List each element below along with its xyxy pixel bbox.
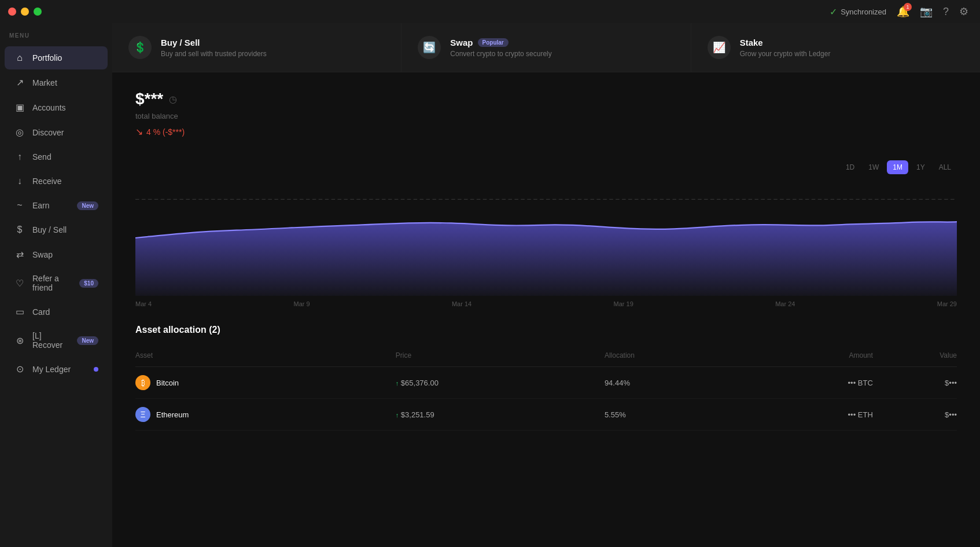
swap-icon: ⇄	[14, 249, 25, 260]
btc-value: $•••	[873, 367, 957, 399]
traffic-lights	[8, 8, 42, 16]
sidebar-item-refer[interactable]: ♡ Refer a friend $10	[5, 267, 108, 299]
change-direction-icon: ↘	[135, 126, 143, 137]
main-content: 💲 Buy / Sell Buy and sell with trusted p…	[112, 23, 980, 547]
chart-area	[135, 222, 957, 296]
filter-1y[interactable]: 1Y	[911, 160, 931, 174]
sidebar-label-buysell: Buy / Sell	[32, 225, 98, 234]
myledger-dot	[94, 367, 98, 372]
sidebar-item-accounts[interactable]: ▣ Accounts	[5, 96, 108, 119]
help-icon[interactable]: ?	[943, 6, 949, 18]
asset-table-body: ₿ Bitcoin ↑ $65,376.00 94.44%	[135, 367, 957, 431]
earn-badge: New	[77, 201, 98, 210]
sidebar-item-card[interactable]: ▭ Card	[5, 300, 108, 324]
sidebar-label-refer: Refer a friend	[32, 274, 72, 292]
sidebar-item-buysell[interactable]: $ Buy / Sell	[5, 218, 108, 241]
buysell-card-subtitle: Buy and sell with trusted providers	[161, 50, 267, 58]
sidebar-label-market: Market	[32, 78, 98, 87]
camera-icon[interactable]: 📷	[920, 5, 933, 18]
asset-section: Asset allocation (2) Asset Price Allocat…	[112, 307, 980, 448]
buysell-card-icon: 💲	[128, 36, 152, 59]
stake-card-info: Stake Grow your crypto with Ledger	[740, 38, 831, 58]
asset-table-title: Asset allocation (2)	[135, 325, 957, 335]
col-value: Value	[873, 347, 957, 367]
stake-card-subtitle: Grow your crypto with Ledger	[740, 50, 831, 58]
asset-eth-name: Ξ Ethereum	[135, 399, 396, 431]
asset-table-header: Asset Price Allocation Amount Value	[135, 347, 957, 367]
sidebar-item-recover[interactable]: ⊛ [L] Recover New	[5, 325, 108, 356]
portfolio-section: $*** ◷ total balance ↘ 4 % (-$***)	[112, 72, 980, 160]
stake-card[interactable]: 📈 Stake Grow your crypto with Ledger	[691, 23, 980, 72]
chart-dates: Mar 4 Mar 9 Mar 14 Mar 19 Mar 24 Mar 29	[112, 296, 980, 307]
sidebar-label-portfolio: Portfolio	[32, 53, 98, 63]
filter-1w[interactable]: 1W	[863, 160, 885, 174]
settings-icon[interactable]: ⚙	[959, 5, 968, 18]
buysell-card-title: Buy / Sell	[161, 38, 267, 47]
market-icon: ↗	[14, 77, 25, 88]
titlebar-actions: ✓ Synchronized 🔔 1 📷 ? ⚙	[830, 5, 968, 18]
sidebar-item-receive[interactable]: ↓ Receive	[5, 170, 108, 193]
sidebar-label-send: Send	[32, 152, 98, 161]
change-row: ↘ 4 % (-$***)	[135, 126, 957, 137]
btc-label: Bitcoin	[156, 379, 179, 387]
sidebar-label-discover: Discover	[32, 128, 98, 137]
col-price: Price	[396, 347, 605, 367]
balance-amount: $***	[135, 90, 163, 108]
time-filters: 1D 1W 1M 1Y ALL	[112, 160, 980, 174]
close-button[interactable]	[8, 8, 16, 16]
portfolio-icon: ⌂	[14, 53, 25, 63]
swap-card-icon: 🔄	[418, 36, 441, 59]
chart-date-3: Mar 14	[452, 300, 471, 307]
sync-label: Synchronized	[841, 8, 886, 16]
eth-value: $•••	[873, 399, 957, 431]
sidebar-item-portfolio[interactable]: ⌂ Portfolio	[5, 46, 108, 69]
myledger-icon: ⊙	[14, 364, 25, 375]
receive-icon: ↓	[14, 176, 25, 186]
sidebar-item-earn[interactable]: ~ Earn New	[5, 194, 108, 217]
notifications-button[interactable]: 🔔 1	[897, 5, 909, 18]
filter-1m[interactable]: 1M	[887, 160, 908, 174]
eth-alloc-pct: 5.55%	[605, 399, 751, 431]
filter-1d[interactable]: 1D	[840, 160, 860, 174]
balance-row: $*** ◷	[135, 90, 957, 108]
sidebar-label-swap: Swap	[32, 250, 98, 259]
refer-badge: $10	[79, 279, 98, 288]
chart-svg	[135, 180, 957, 296]
chart-date-4: Mar 19	[614, 300, 633, 307]
portfolio-chart	[112, 180, 980, 296]
sidebar-item-market[interactable]: ↗ Market	[5, 71, 108, 94]
eth-logo: Ξ	[135, 407, 150, 422]
buysell-card-info: Buy / Sell Buy and sell with trusted pro…	[161, 38, 267, 58]
swap-card[interactable]: 🔄 Swap Popular Convert crypto to crypto …	[401, 23, 690, 72]
minimize-button[interactable]	[21, 8, 29, 16]
sidebar-label-earn: Earn	[32, 201, 70, 210]
eth-price-arrow: ↑	[396, 412, 399, 418]
send-icon: ↑	[14, 152, 25, 162]
sync-icon: ✓	[830, 6, 837, 17]
sidebar-label-recover: [L] Recover	[32, 331, 70, 350]
card-icon: ▭	[14, 306, 25, 317]
change-value: 4 % (-$***)	[146, 127, 185, 137]
col-asset: Asset	[135, 347, 396, 367]
sidebar-item-myledger[interactable]: ⊙ My Ledger	[5, 357, 108, 381]
stake-card-icon: 📈	[708, 36, 731, 59]
notification-count: 1	[904, 3, 912, 11]
hide-balance-icon[interactable]: ◷	[169, 94, 177, 105]
btc-price: ↑ $65,376.00	[396, 367, 605, 399]
swap-card-title: Swap Popular	[450, 38, 551, 47]
buysell-card[interactable]: 💲 Buy / Sell Buy and sell with trusted p…	[112, 23, 401, 72]
refer-icon: ♡	[14, 278, 25, 289]
main-layout: MENU ⌂ Portfolio ↗ Market ▣ Accounts ◎ D…	[0, 23, 980, 547]
sidebar-item-discover[interactable]: ◎ Discover	[5, 120, 108, 144]
filter-all[interactable]: ALL	[933, 160, 957, 174]
sidebar-item-swap[interactable]: ⇄ Swap	[5, 243, 108, 266]
sidebar-label-myledger: My Ledger	[32, 365, 87, 374]
eth-price: ↑ $3,251.59	[396, 399, 605, 431]
btc-amount: ••• BTC	[751, 367, 873, 399]
table-row: Ξ Ethereum ↑ $3,251.59 5.55%	[135, 399, 957, 431]
maximize-button[interactable]	[34, 8, 42, 16]
chart-date-2: Mar 9	[293, 300, 310, 307]
recover-icon: ⊛	[14, 335, 25, 346]
menu-label: MENU	[0, 32, 112, 46]
sidebar-item-send[interactable]: ↑ Send	[5, 145, 108, 168]
